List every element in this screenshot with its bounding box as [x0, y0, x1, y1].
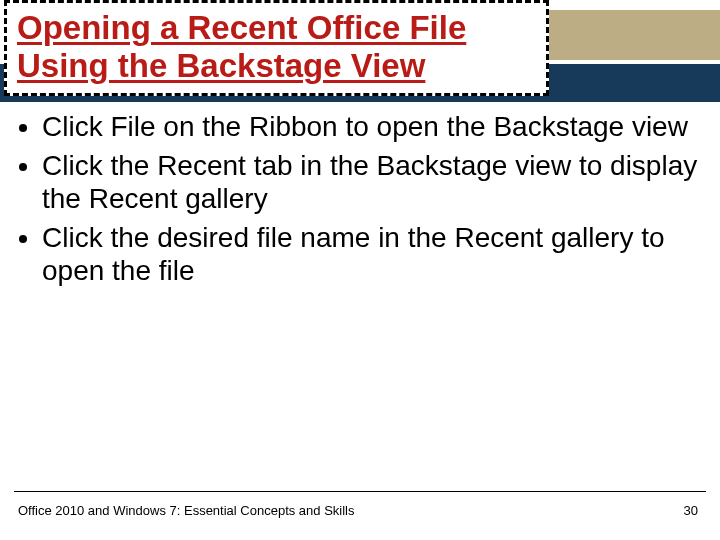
bullet-item: Click the desired file name in the Recen…	[42, 221, 706, 287]
page-number: 30	[684, 503, 698, 518]
footer-rule	[14, 491, 706, 492]
bullet-item: Click File on the Ribbon to open the Bac…	[42, 110, 706, 143]
bullet-list: Click File on the Ribbon to open the Bac…	[14, 110, 706, 287]
decor-tan-band	[530, 10, 720, 60]
footer-text: Office 2010 and Windows 7: Essential Con…	[18, 503, 355, 518]
bullet-item: Click the Recent tab in the Backstage vi…	[42, 149, 706, 215]
title-box: Opening a Recent Office File Using the B…	[4, 0, 549, 96]
body-content: Click File on the Ribbon to open the Bac…	[14, 110, 706, 293]
slide: Opening a Recent Office File Using the B…	[0, 0, 720, 540]
slide-title: Opening a Recent Office File Using the B…	[17, 9, 536, 85]
